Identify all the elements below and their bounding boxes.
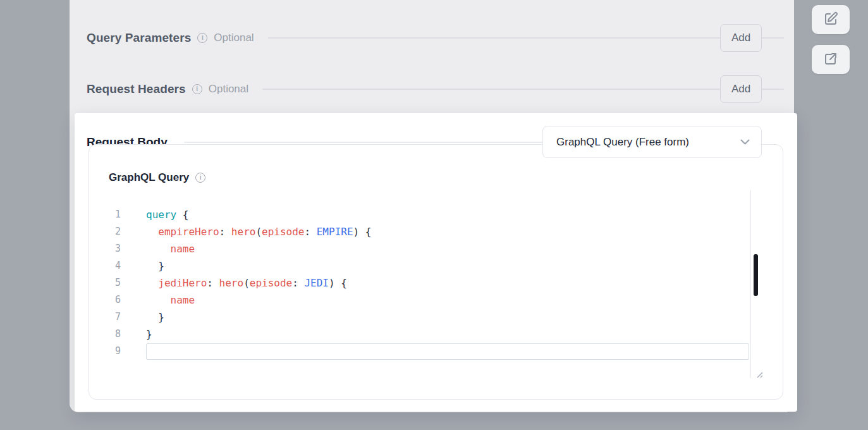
info-icon[interactable]: i <box>197 33 207 43</box>
line-number: 9 <box>89 343 121 360</box>
code-line[interactable]: 8} <box>89 326 749 343</box>
line-number: 4 <box>89 257 121 274</box>
line-content: query { <box>146 206 188 223</box>
graphql-query-card: GraphQL Query i 1query {2 empireHero: he… <box>89 144 783 400</box>
line-content: } <box>146 257 164 274</box>
add-query-parameter-button[interactable]: Add <box>720 24 762 52</box>
open-external-button[interactable] <box>812 45 850 74</box>
external-link-icon <box>823 51 838 68</box>
body-type-selected-value: GraphQL Query (Free form) <box>556 136 740 149</box>
query-parameters-section: Query Parameters i Optional Add <box>87 23 784 52</box>
code-line[interactable]: 6 name <box>89 292 749 309</box>
section-divider <box>268 37 784 39</box>
section-divider <box>262 89 784 90</box>
request-headers-title: Request Headers <box>87 82 186 96</box>
resize-handle-icon[interactable] <box>755 370 764 379</box>
graphql-query-editor[interactable]: 1query {2 empireHero: hero(episode: EMPI… <box>89 206 749 360</box>
code-line[interactable]: 9 <box>89 343 749 360</box>
query-parameters-title: Query Parameters <box>87 31 191 45</box>
line-number: 6 <box>89 292 121 309</box>
line-content <box>146 343 749 360</box>
edit-button[interactable] <box>812 5 850 34</box>
code-line[interactable]: 7 } <box>89 309 749 326</box>
graphql-query-label: GraphQL Query <box>109 171 189 184</box>
graphql-query-label-row: GraphQL Query i <box>109 171 205 184</box>
line-content: } <box>146 326 152 343</box>
editor-right-border <box>750 190 751 378</box>
code-line[interactable]: 2 empireHero: hero(episode: EMPIRE) { <box>89 223 749 240</box>
chevron-down-icon <box>740 137 750 148</box>
line-number: 5 <box>89 274 121 292</box>
code-line[interactable]: 4 } <box>89 257 749 274</box>
edit-icon <box>823 11 838 28</box>
line-number: 7 <box>89 309 121 326</box>
line-content: } <box>146 309 164 326</box>
scrollbar-thumb[interactable] <box>754 254 758 296</box>
info-icon[interactable]: i <box>195 173 205 183</box>
line-number: 3 <box>89 240 121 257</box>
add-request-header-button[interactable]: Add <box>720 75 762 103</box>
line-number: 1 <box>89 206 121 223</box>
line-content: empireHero: hero(episode: EMPIRE) { <box>146 223 371 240</box>
line-number: 8 <box>89 326 121 343</box>
code-line[interactable]: 5 jediHero: hero(episode: JEDI) { <box>89 274 749 292</box>
request-body-panel: Request Body GraphQL Query (Free form) G… <box>75 113 797 412</box>
request-headers-section: Request Headers i Optional Add <box>87 75 784 104</box>
optional-label: Optional <box>214 32 254 44</box>
line-content: name <box>146 240 195 257</box>
line-content: name <box>146 292 195 309</box>
body-type-select[interactable]: GraphQL Query (Free form) <box>542 126 762 158</box>
info-icon[interactable]: i <box>192 84 202 94</box>
line-content: jediHero: hero(episode: JEDI) { <box>146 274 347 292</box>
optional-label: Optional <box>209 83 248 95</box>
line-number: 2 <box>89 223 121 240</box>
code-line[interactable]: 3 name <box>89 240 749 257</box>
code-line[interactable]: 1query { <box>89 206 749 223</box>
